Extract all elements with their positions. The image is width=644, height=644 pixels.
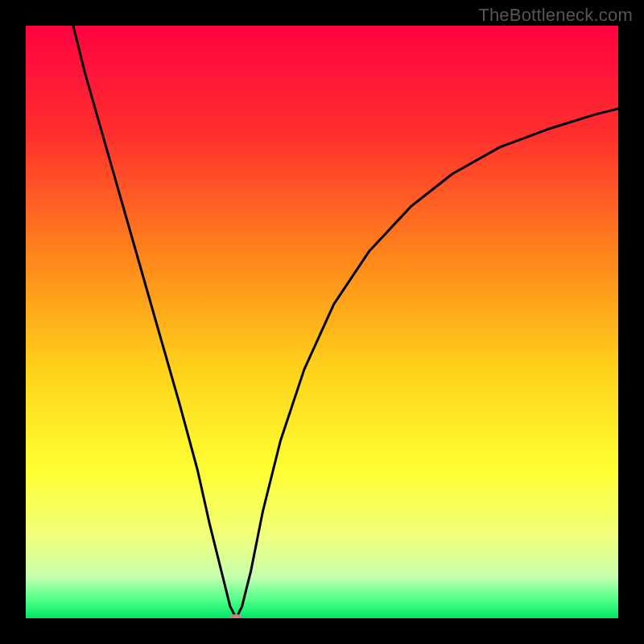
watermark-text: TheBottleneck.com [478, 5, 633, 26]
minimum-marker [229, 614, 242, 618]
chart-frame: TheBottleneck.com [0, 0, 644, 644]
bottleneck-curve [26, 26, 618, 618]
plot-area [26, 26, 618, 618]
